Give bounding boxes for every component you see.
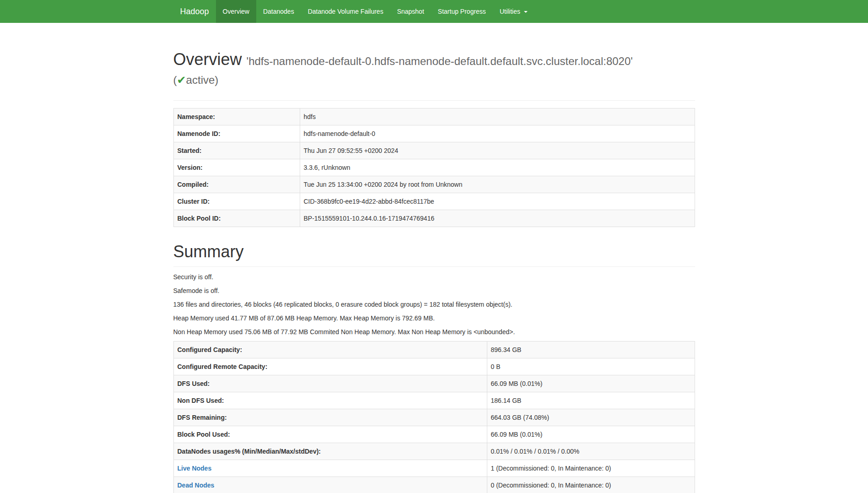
navbar: Hadoop OverviewDatanodesDatanode Volume … [0,0,868,23]
summary-row-value: 664.03 GB (74.08%) [487,409,695,426]
namenode-address: 'hdfs-namenode-default-0.hdfs-namenode-d… [247,55,633,67]
overview-table: Namespace:hdfsNamenode ID:hdfs-namenode-… [173,108,695,227]
summary-row-value: 0 B [487,358,695,375]
state-open-paren: ( [173,74,177,86]
overview-table-row: Compiled:Tue Jun 25 13:34:00 +0200 2024 … [173,176,695,193]
nav-link-datanode-volume-failures[interactable]: Datanode Volume Failures [301,0,390,23]
summary-row-value: 0 (Decommissioned: 0, In Maintenance: 0) [487,477,695,493]
nav-link-utilities[interactable]: Utilities [493,0,534,23]
summary-table-row: DFS Used:66.09 MB (0.01%) [173,375,695,392]
overview-row-value: Tue Jun 25 13:34:00 +0200 2024 by root f… [300,176,695,193]
summary-table-row: Configured Capacity:896.34 GB [173,341,695,358]
nav-item-datanodes: Datanodes [256,0,301,23]
overview-row-label: Version: [173,159,300,176]
summary-paragraph: Heap Memory used 41.77 MB of 87.06 MB He… [173,314,695,323]
navbar-menu: OverviewDatanodesDatanode Volume Failure… [216,0,534,23]
nav-item-datanode-volume-failures: Datanode Volume Failures [301,0,390,23]
overview-row-label: Namespace: [173,108,300,125]
navbar-inner: Hadoop OverviewDatanodesDatanode Volume … [167,0,702,23]
summary-row-value: 1 (Decommissioned: 0, In Maintenance: 0) [487,460,695,477]
summary-title: Summary [173,243,695,261]
summary-table: Configured Capacity:896.34 GBConfigured … [173,341,695,493]
overview-row-value: 3.3.6, rUnknown [300,159,695,176]
summary-row-label: Block Pool Used: [173,426,487,443]
overview-table-body: Namespace:hdfsNamenode ID:hdfs-namenode-… [173,108,695,227]
overview-table-row: Block Pool ID:BP-1515559101-10.244.0.16-… [173,210,695,227]
overview-table-row: Namenode ID:hdfs-namenode-default-0 [173,125,695,142]
summary-paragraph: Non Heap Memory used 75.06 MB of 77.92 M… [173,327,695,336]
overview-row-value: hdfs [300,108,695,125]
summary-table-row: Non DFS Used:186.14 GB [173,392,695,409]
summary-table-body: Configured Capacity:896.34 GBConfigured … [173,341,695,493]
active-check-icon: ✔ [177,74,186,86]
summary-row-label: DFS Used: [173,375,487,392]
overview-table-row: Started:Thu Jun 27 09:52:55 +0200 2024 [173,142,695,159]
summary-row-value: 66.09 MB (0.01%) [487,375,695,392]
summary-paragraph: Security is off. [173,272,695,282]
dead-nodes-link[interactable]: Dead Nodes [178,482,215,489]
page-subtitle: 'hdfs-namenode-default-0.hdfs-namenode-d… [173,55,633,86]
live-nodes-link[interactable]: Live Nodes [178,465,212,472]
main-content: Overview 'hdfs-namenode-default-0.hdfs-n… [167,50,702,493]
summary-divider [173,266,695,267]
overview-row-label: Namenode ID: [173,125,300,142]
page-title-text: Overview [173,50,242,69]
summary-row-label: Live Nodes [173,460,487,477]
summary-paragraph: Safemode is off. [173,286,695,295]
state-label: active) [186,74,219,86]
caret-down-icon [524,11,528,13]
summary-row-value: 896.34 GB [487,341,695,358]
summary-row-label: Dead Nodes [173,477,487,493]
summary-table-row: DFS Remaining:664.03 GB (74.08%) [173,409,695,426]
summary-table-row: Dead Nodes0 (Decommissioned: 0, In Maint… [173,477,695,493]
nav-link-startup-progress[interactable]: Startup Progress [431,0,493,23]
overview-row-value: BP-1515559101-10.244.0.16-1719474769416 [300,210,695,227]
nav-item-overview: Overview [216,0,256,23]
summary-row-value: 186.14 GB [487,392,695,409]
summary-row-label: Non DFS Used: [173,392,487,409]
overview-row-value: Thu Jun 27 09:52:55 +0200 2024 [300,142,695,159]
summary-row-label: DataNodes usages% (Min/Median/Max/stdDev… [173,443,487,460]
overview-table-row: Version:3.3.6, rUnknown [173,159,695,176]
summary-row-label: Configured Capacity: [173,341,487,358]
summary-paragraph: 136 files and directories, 46 blocks (46… [173,300,695,309]
summary-paragraphs: Security is off.Safemode is off.136 file… [173,272,695,336]
summary-row-value: 66.09 MB (0.01%) [487,426,695,443]
overview-table-row: Cluster ID:CID-368b9fc0-ee19-4d22-abbd-8… [173,193,695,210]
summary-row-label: DFS Remaining: [173,409,487,426]
overview-table-row: Namespace:hdfs [173,108,695,125]
overview-row-label: Compiled: [173,176,300,193]
overview-row-value: hdfs-namenode-default-0 [300,125,695,142]
overview-row-label: Cluster ID: [173,193,300,210]
summary-table-row: Block Pool Used:66.09 MB (0.01%) [173,426,695,443]
brand-hadoop[interactable]: Hadoop [173,0,216,23]
header-divider [173,100,695,101]
nav-item-snapshot: Snapshot [390,0,431,23]
namenode-state: (✔active) [173,74,219,86]
overview-row-label: Started: [173,142,300,159]
page-header: Overview 'hdfs-namenode-default-0.hdfs-n… [173,50,695,87]
nav-item-startup-progress: Startup Progress [431,0,493,23]
summary-table-row: DataNodes usages% (Min/Median/Max/stdDev… [173,443,695,460]
summary-row-label: Configured Remote Capacity: [173,358,487,375]
nav-link-datanodes[interactable]: Datanodes [256,0,301,23]
summary-table-row: Configured Remote Capacity:0 B [173,358,695,375]
summary-row-value: 0.01% / 0.01% / 0.01% / 0.00% [487,443,695,460]
overview-row-value: CID-368b9fc0-ee19-4d22-abbd-84fcec8117be [300,193,695,210]
nav-link-snapshot[interactable]: Snapshot [390,0,431,23]
nav-link-overview[interactable]: Overview [216,0,256,23]
overview-row-label: Block Pool ID: [173,210,300,227]
summary-table-row: Live Nodes1 (Decommissioned: 0, In Maint… [173,460,695,477]
nav-item-utilities: Utilities [493,0,534,23]
